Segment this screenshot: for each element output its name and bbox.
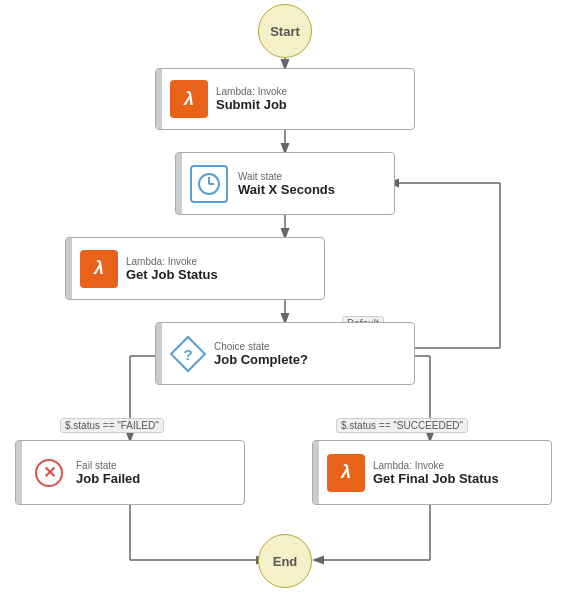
job-failed-node: ✕ Fail state Job Failed [15, 440, 245, 505]
lambda-icon-submit: λ [170, 80, 208, 118]
get-job-status-type: Lambda: Invoke [126, 256, 218, 267]
submit-job-node: λ Lambda: Invoke Submit Job [155, 68, 415, 130]
left-bar-jf [16, 441, 22, 504]
workflow-diagram: Start λ Lambda: Invoke Submit Job Wait s… [0, 0, 570, 610]
lambda-icon-gfs: λ [327, 454, 365, 492]
get-final-status-type: Lambda: Invoke [373, 460, 499, 471]
job-complete-node: ? Choice state Job Complete? [155, 322, 415, 385]
end-label: End [273, 554, 298, 569]
lambda-icon-gjs: λ [80, 250, 118, 288]
wait-state-type: Wait state [238, 171, 335, 182]
clock-icon-wrap [190, 165, 228, 203]
failed-condition-label: $.status == "FAILED" [60, 418, 164, 433]
diamond-question-mark: ? [183, 345, 192, 362]
diamond-icon-wrap: ? [170, 336, 206, 372]
left-bar-gfs [313, 441, 319, 504]
left-bar-jc [156, 323, 162, 384]
job-complete-type: Choice state [214, 341, 308, 352]
submit-job-type: Lambda: Invoke [216, 86, 287, 97]
get-final-status-node: λ Lambda: Invoke Get Final Job Status [312, 440, 552, 505]
x-icon-wrap: ✕ [30, 454, 68, 492]
start-node: Start [258, 4, 312, 58]
get-job-status-title: Get Job Status [126, 267, 218, 282]
succeeded-condition-label: $.status == "SUCCEEDED" [336, 418, 468, 433]
get-final-status-title: Get Final Job Status [373, 471, 499, 486]
job-failed-type: Fail state [76, 460, 140, 471]
wait-state-node: Wait state Wait X Seconds [175, 152, 395, 215]
job-failed-title: Job Failed [76, 471, 140, 486]
submit-job-title: Submit Job [216, 97, 287, 112]
x-circle-icon: ✕ [35, 459, 63, 487]
get-job-status-node: λ Lambda: Invoke Get Job Status [65, 237, 325, 300]
wait-state-title: Wait X Seconds [238, 182, 335, 197]
job-complete-title: Job Complete? [214, 352, 308, 367]
start-label: Start [270, 24, 300, 39]
clock-icon [198, 173, 220, 195]
left-bar [156, 69, 162, 129]
end-node: End [258, 534, 312, 588]
left-bar-wait [176, 153, 182, 214]
left-bar-gjs [66, 238, 72, 299]
